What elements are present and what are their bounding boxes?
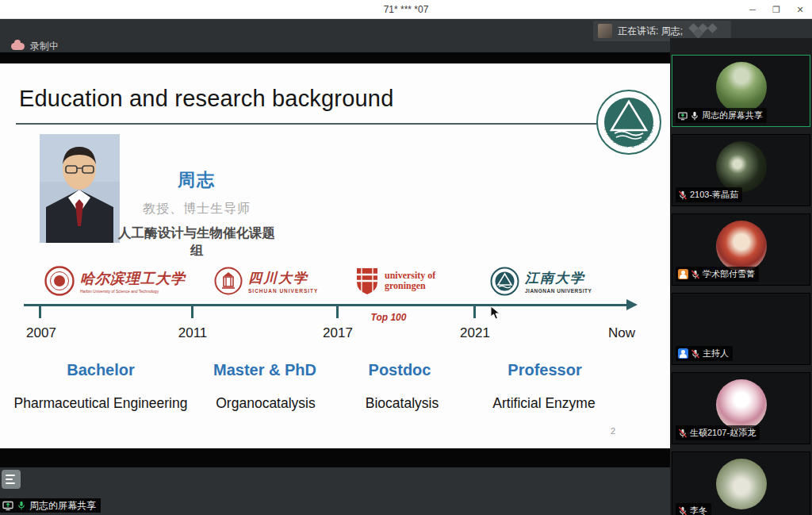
window-title: 71* *** *07 (0, 0, 812, 19)
stage-field: Biocatalysis (366, 395, 439, 412)
slide-page-number: 2 (611, 426, 615, 436)
jiangnan-university-logo-icon: JIANGNAN UNIVERSITY (596, 89, 662, 156)
participant-name: 李冬 (690, 505, 707, 515)
jiangnan-name-cn: 江南大学 (525, 269, 592, 287)
participant-name: 周志的屏幕共享 (702, 110, 763, 121)
harbin-university-seal-icon (44, 266, 75, 296)
participants-sidebar: 周志的屏幕共享 2103-蒋晶茹 (670, 38, 812, 515)
harbin-name-en: Harbin University of Science and Technol… (80, 289, 186, 294)
tile-label: 周志的屏幕共享 (676, 108, 767, 123)
mouse-cursor-icon (490, 306, 500, 320)
tile-label: 生硕2107-赵添龙 (676, 425, 760, 440)
screen-share-badge: 周志的屏幕共享 (0, 498, 101, 513)
mic-muted-icon (678, 429, 688, 438)
mic-muted-icon (678, 190, 688, 200)
video-tile[interactable]: 学术部付雪菁 (672, 213, 810, 286)
timeline-year: 2021 (460, 325, 490, 341)
slide-panel-toggle-button[interactable] (2, 470, 21, 489)
video-tile[interactable]: 2103-蒋晶茹 (672, 134, 810, 206)
close-button[interactable]: ✕ (788, 0, 812, 19)
avatar (716, 300, 767, 351)
participant-name: 生硕2107-赵添龙 (690, 427, 756, 439)
timeline-year: 2017 (323, 325, 353, 341)
restore-button[interactable]: ❐ (764, 0, 788, 19)
mic-on-icon (690, 111, 699, 121)
avatar (716, 459, 767, 509)
professor-title: 教授、博士生导师 (117, 201, 276, 217)
screen-share-icon (678, 111, 688, 121)
speaking-banner-text: 正在讲话: 周志; (618, 25, 683, 38)
timeline-axis (24, 304, 628, 306)
timeline-year: 2007 (26, 325, 56, 341)
video-tile[interactable]: 生硕2107-赵添龙 (672, 372, 810, 444)
sichuan-university-seal-icon (214, 267, 243, 295)
institution-jiangnan: 江南大学 JIANGNAN UNIVERSITY (490, 262, 592, 300)
minimize-button[interactable]: ─ (741, 0, 764, 19)
timeline-arrowhead-icon (626, 299, 638, 310)
groningen-shield-icon (355, 267, 379, 295)
profile-photo (40, 134, 120, 243)
window-titlebar: 71* *** *07 ─ ❐ ✕ (0, 0, 812, 19)
timeline-tick-2017 (336, 306, 339, 318)
sichuan-name-en: SICHUAN UNIVERSITY (248, 288, 318, 294)
stage-field: Artificial Enzyme (492, 395, 595, 412)
stage-role: Postdoc (369, 361, 431, 379)
timeline-annotation-top100: Top 100 (371, 312, 407, 323)
mic-muted-icon (678, 506, 688, 515)
stage-role: Bachelor (67, 361, 135, 379)
groningen-line2: groningen (385, 281, 435, 291)
timeline-year: 2011 (178, 325, 208, 341)
research-group: 人工酶设计与生物催化课题组 (117, 225, 276, 259)
tile-label: 学术部付雪菁 (676, 267, 759, 282)
video-tile[interactable]: 主持人 (672, 293, 810, 365)
shared-slide: Education and research background JIANGN… (0, 63, 670, 448)
mic-on-icon (17, 501, 26, 510)
avatar (716, 221, 767, 271)
timeline-year-now: Now (608, 325, 635, 341)
timeline-tick-2021 (473, 306, 476, 318)
participant-name: 2103-蒋晶茹 (690, 189, 738, 201)
letterbox-top (0, 52, 670, 63)
meeting-app-area: 录制中 正在讲话: 周志; Education and research bac… (0, 19, 812, 515)
speaker-avatar (598, 24, 612, 38)
recording-label: 录制中 (30, 40, 59, 53)
stage-role: Master & PhD (213, 361, 316, 379)
member-badge-icon (678, 269, 688, 279)
jiangnan-university-seal-icon (490, 267, 519, 296)
stage-field: Organocatalysis (216, 395, 315, 412)
institution-sichuan: 四川大学 SICHUAN UNIVERSITY (214, 262, 318, 300)
meeting-watermark-icon (684, 25, 725, 37)
screen-share-icon (2, 500, 13, 511)
title-divider (16, 123, 601, 125)
timeline-tick-2007 (39, 306, 41, 318)
mic-muted-icon (691, 349, 700, 359)
avatar (716, 141, 767, 192)
slide-title: Education and research background (19, 86, 394, 112)
timeline-tick-2011 (191, 306, 193, 318)
screen-share-badge-label: 周志的屏幕共享 (29, 499, 96, 513)
institution-harbin: 哈尔滨理工大学 Harbin University of Science and… (44, 262, 186, 300)
host-badge-icon (678, 348, 688, 359)
stage-role: Professor (508, 361, 581, 379)
video-tile[interactable]: 李冬 (672, 452, 810, 515)
tile-label: 2103-蒋晶茹 (676, 187, 742, 202)
professor-name: 周志 (117, 168, 276, 192)
profile-block: 周志 教授、博士生导师 人工酶设计与生物催化课题组 (117, 168, 276, 259)
jiangnan-name-en: JIANGNAN UNIVERSITY (525, 288, 592, 294)
tile-label: 主持人 (676, 346, 733, 361)
harbin-name-cn: 哈尔滨理工大学 (80, 269, 186, 288)
participant-name: 学术部付雪菁 (703, 268, 755, 280)
avatar (716, 62, 767, 113)
institution-groningen: university of groningen (355, 262, 435, 300)
avatar (716, 379, 767, 430)
stage-field: Pharmaceutical Engineering (14, 395, 188, 412)
recording-cloud-icon (11, 43, 25, 50)
sichuan-name-cn: 四川大学 (248, 269, 318, 287)
mic-muted-icon (691, 270, 700, 279)
recording-indicator: 录制中 (11, 40, 59, 53)
letterbox-bottom (0, 448, 670, 467)
participant-name: 主持人 (703, 348, 729, 359)
video-tile-screen-share[interactable]: 周志的屏幕共享 (672, 55, 810, 127)
tile-label: 李冬 (676, 503, 711, 515)
window-controls: ─ ❐ ✕ (741, 0, 812, 19)
